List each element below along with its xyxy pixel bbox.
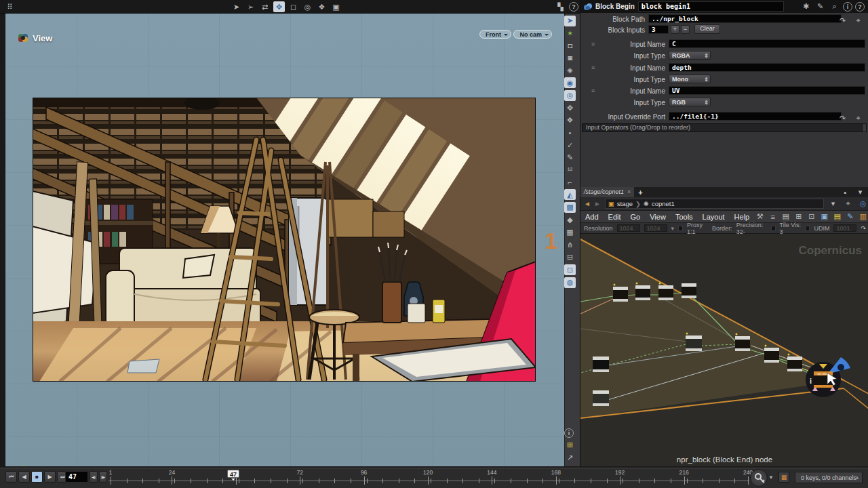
stop-button[interactable]: ■ xyxy=(31,471,43,483)
menu-view[interactable]: View xyxy=(645,213,671,221)
edit-note-icon[interactable]: ✎ xyxy=(844,211,856,222)
menu-help[interactable]: Help xyxy=(730,213,755,221)
operators-scrollbar[interactable] xyxy=(862,123,867,132)
pin-icon[interactable]: ⌖ xyxy=(842,199,854,209)
search-icon[interactable]: ⌕ xyxy=(829,1,840,12)
zoom-region-icon[interactable]: ◻ xyxy=(288,1,299,12)
flipbook-icon[interactable]: ❖ xyxy=(316,1,328,12)
menu-tools[interactable]: Tools xyxy=(671,213,698,221)
input-type-dropdown[interactable]: Mono⇕ xyxy=(669,75,711,83)
clear-button[interactable]: Clear xyxy=(694,24,720,34)
input-name-field[interactable]: UV xyxy=(669,86,865,95)
block-inputs-field[interactable]: 3 xyxy=(648,25,669,34)
brush-icon[interactable]: ✎ xyxy=(814,1,826,12)
spinner-icon[interactable]: ⇕ xyxy=(704,99,709,107)
menu-layout[interactable]: Layout xyxy=(698,213,730,221)
select-tool-icon[interactable]: ➤ xyxy=(231,1,242,12)
point-numbers-icon[interactable]: ¹² xyxy=(564,165,576,176)
display-camera-icon[interactable]: ◎ xyxy=(564,90,576,101)
channel-scope-icon[interactable]: ▦ xyxy=(778,472,789,483)
lock-camera-icon[interactable]: ◘ xyxy=(564,40,576,51)
multi-pane-icon[interactable]: ⊟ xyxy=(564,252,576,263)
camera-dropdown[interactable]: No cam xyxy=(513,30,552,39)
play-reverse-button[interactable]: ◀ xyxy=(18,471,30,483)
node-name-field[interactable] xyxy=(638,1,784,12)
grid-snap-icon[interactable]: ⊞ xyxy=(793,211,804,222)
path-breadcrumb[interactable]: ▣ stage ❯ ✺ copnet1 xyxy=(605,199,824,209)
playhead-marker[interactable]: 47 xyxy=(227,470,239,478)
pane-layout-grid-icon[interactable]: ⠿ xyxy=(4,1,16,12)
menu-go[interactable]: Go xyxy=(626,213,646,221)
layout-nodes-icon[interactable]: ⊡ xyxy=(806,211,817,222)
copernicus-badge-icon[interactable]: ◎ xyxy=(857,199,868,209)
timeline-ruler[interactable]: 12448729612014416819221624047 xyxy=(108,468,749,488)
spinner-icon[interactable]: ⇕ xyxy=(704,52,709,60)
textured-mode-icon[interactable]: ▩ xyxy=(564,202,576,213)
move-tool-icon[interactable]: ➢ xyxy=(245,1,256,12)
help-icon[interactable]: ? xyxy=(855,2,865,12)
view-tool-icon[interactable]: ✥ xyxy=(273,1,285,12)
breadcrumb-root[interactable]: stage xyxy=(617,200,633,207)
view-direction-dropdown[interactable]: Front xyxy=(479,30,511,39)
vertex-markers-icon[interactable]: ✓ xyxy=(564,140,576,150)
proxy-checkbox[interactable] xyxy=(678,226,683,231)
info-icon[interactable]: i xyxy=(843,2,852,12)
headlight-icon[interactable]: ◉ xyxy=(564,77,576,88)
back-arrow-icon[interactable]: ◄ xyxy=(584,200,591,207)
revert-parm-icon[interactable]: ↷ xyxy=(837,15,848,26)
secure-selection-icon[interactable]: ➤ xyxy=(564,16,576,26)
jump-to-node-icon[interactable]: ⌖ xyxy=(852,113,864,123)
input-type-dropdown[interactable]: RGBA⇕ xyxy=(669,51,711,60)
step-back-button[interactable]: ◀| xyxy=(90,471,98,483)
play-button[interactable]: ▶ xyxy=(44,471,56,483)
pane-menu-icon[interactable]: ▾ xyxy=(854,187,866,198)
step-fwd-button[interactable]: |▶ xyxy=(99,471,107,483)
input-type-dropdown[interactable]: RGB⇕ xyxy=(669,98,711,106)
snap-icon[interactable]: ✶ xyxy=(564,28,576,39)
thumbnail-icon[interactable]: ▣ xyxy=(818,211,830,222)
set-key-button[interactable] xyxy=(750,469,768,487)
display-lights-icon[interactable]: ◈ xyxy=(564,65,576,76)
material-icon[interactable]: ◆ xyxy=(564,214,576,225)
scene-viewport[interactable]: View Front No cam xyxy=(5,14,564,466)
transform-tool-icon[interactable]: ⇄ xyxy=(259,1,271,12)
tools-icon[interactable]: ⚒ xyxy=(754,211,766,222)
wireframe-icon[interactable]: ▦ xyxy=(564,227,576,238)
key-options-dropdown-icon[interactable]: ▼ xyxy=(768,474,774,481)
revert-icon[interactable]: ↷ xyxy=(861,225,866,232)
tab-add-button[interactable]: + xyxy=(638,188,642,197)
grid-options-icon[interactable]: ⊞ xyxy=(564,440,576,451)
particle-display-icon[interactable]: ❖ xyxy=(564,115,576,126)
export-view-icon[interactable]: ↗ xyxy=(564,452,576,463)
input-name-field[interactable]: depth xyxy=(669,63,865,72)
character-display-icon[interactable]: ✥ xyxy=(564,102,576,113)
image-plane-icon[interactable]: ⊡ xyxy=(564,264,576,275)
info-icon[interactable]: i xyxy=(564,428,574,438)
network-tab[interactable]: /stage/copnet1× xyxy=(580,187,634,197)
input-name-field[interactable]: C xyxy=(669,39,865,48)
gallery-icon[interactable]: ▥ xyxy=(857,211,868,222)
block-path-field[interactable]: ../npr_block xyxy=(648,14,842,23)
shaded-mode-icon[interactable]: ◭ xyxy=(564,189,576,200)
sticky-note-icon[interactable]: ▤ xyxy=(831,211,843,222)
resolution-width-field[interactable]: 1024 xyxy=(617,224,640,232)
trackball-icon[interactable]: ⋔ xyxy=(564,239,576,250)
ghost-objects-icon[interactable]: ◙ xyxy=(564,52,576,63)
menu-add[interactable]: Add xyxy=(580,213,604,221)
udim-field[interactable]: 1001 xyxy=(833,224,856,232)
tab-close-icon[interactable]: × xyxy=(627,188,631,195)
list-view-icon[interactable]: ▤ xyxy=(780,211,791,222)
jump-to-node-icon[interactable]: ⌖ xyxy=(852,15,864,26)
render-view-icon[interactable]: ▣ xyxy=(330,1,342,12)
resolution-dropdown-icon[interactable]: ▾ xyxy=(671,225,675,232)
override-port-field[interactable]: ../file1{-1} xyxy=(669,112,842,121)
path-dropdown-icon[interactable]: ▾ xyxy=(827,199,839,209)
tilevis-checkbox[interactable] xyxy=(771,226,776,231)
viewport-layout-icon[interactable]: ▚ xyxy=(555,1,566,12)
keys-channels-status[interactable]: 0 keys, 0/0 channels ▲ xyxy=(795,472,863,483)
node-graph[interactable]: Copernicus xyxy=(580,234,868,454)
breadcrumb-node[interactable]: copnet1 xyxy=(652,200,675,207)
go-start-button[interactable]: ⏮ xyxy=(5,471,17,483)
pane-maximize-icon[interactable]: ▪ xyxy=(840,187,851,198)
revert-parm-icon[interactable]: ↷ xyxy=(837,113,848,123)
